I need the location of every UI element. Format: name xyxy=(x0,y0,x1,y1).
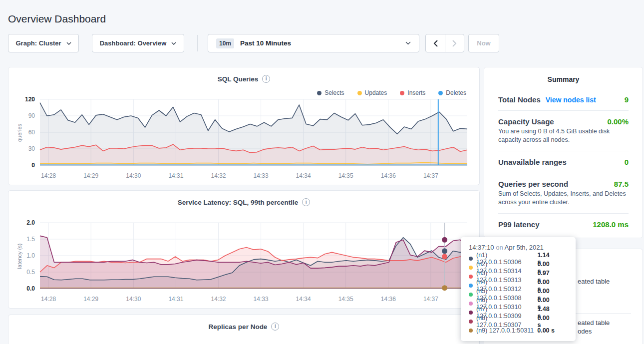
svg-text:60: 60 xyxy=(28,129,35,136)
info-icon[interactable]: i xyxy=(302,198,310,206)
service-latency-title: Service Latency: SQL, 99th percentile xyxy=(178,199,299,206)
svg-text:0: 0 xyxy=(31,162,35,169)
sql-queries-panel: SQL Queries i SelectsUpdatesInsertsDelet… xyxy=(8,67,480,185)
svg-text:14:31: 14:31 xyxy=(168,296,183,303)
dashboard-dropdown[interactable]: Dashboard: Overview xyxy=(92,34,184,52)
now-button: Now xyxy=(468,34,499,52)
summary-item: Capacity Usage0.00%You are using 0 B of … xyxy=(498,110,629,151)
svg-text:14:37: 14:37 xyxy=(423,172,438,179)
svg-text:90: 90 xyxy=(28,112,35,119)
svg-text:14:29: 14:29 xyxy=(83,172,98,179)
summary-item: P99 latency1208.0 ms xyxy=(498,213,629,235)
chart-tooltip: 14:37:10 on Apr 5th, 2021 (n1) 127.0.0.1… xyxy=(461,237,576,341)
svg-text:14:35: 14:35 xyxy=(338,172,353,179)
time-range-selector[interactable]: 10m Past 10 Minutes xyxy=(208,34,419,52)
chevron-right-icon xyxy=(452,40,457,47)
svg-text:1.5: 1.5 xyxy=(26,236,35,243)
summary-panel: Summary Total NodesView nodes list9Capac… xyxy=(484,67,643,238)
summary-item-label: Capacity Usage xyxy=(498,117,554,126)
summary-item: Unavailable ranges0 xyxy=(498,151,629,173)
graph-dropdown-label: Graph: Cluster xyxy=(15,39,61,47)
svg-text:14:35: 14:35 xyxy=(338,296,353,303)
tooltip-node-value: 0.00 s xyxy=(537,315,568,329)
svg-text:14:32: 14:32 xyxy=(211,296,226,303)
time-range-label: Past 10 Minutes xyxy=(240,39,291,47)
svg-text:2.0: 2.0 xyxy=(26,219,35,226)
legend-dot-icon xyxy=(317,91,322,95)
svg-text:14:30: 14:30 xyxy=(126,172,141,179)
chevron-down-icon xyxy=(405,41,411,45)
svg-text:14:30: 14:30 xyxy=(126,296,141,303)
summary-title: Summary xyxy=(498,67,629,95)
svg-text:14:28: 14:28 xyxy=(41,296,56,303)
dashboard-dropdown-label: Dashboard: Overview xyxy=(100,39,167,47)
tooltip-node-value: 0.00 s xyxy=(537,327,568,334)
time-range-badge: 10m xyxy=(216,38,234,48)
svg-text:14:33: 14:33 xyxy=(254,172,269,179)
svg-text:30: 30 xyxy=(28,145,35,152)
summary-item: Total NodesView nodes list9 xyxy=(498,95,629,110)
summary-item-label: P99 latency xyxy=(498,220,540,229)
summary-item-label: Unavailable ranges xyxy=(498,158,567,166)
summary-item-value: 87.5 xyxy=(614,180,629,188)
node-color-dot-icon xyxy=(469,266,473,270)
service-latency-chart[interactable]: 0.00.51.01.52.014:2814:2914:3014:3114:32… xyxy=(8,219,479,305)
svg-text:14:36: 14:36 xyxy=(381,172,396,179)
info-icon[interactable]: i xyxy=(262,75,270,83)
node-color-dot-icon xyxy=(469,329,473,333)
summary-item-value: 0.00% xyxy=(607,117,629,126)
svg-text:14:34: 14:34 xyxy=(296,172,311,179)
page-title: Overview Dashboard xyxy=(8,13,106,25)
chevron-down-icon xyxy=(66,42,71,45)
svg-text:1.0: 1.0 xyxy=(26,252,35,259)
replicas-per-node-panel: Replicas per Node i xyxy=(8,315,480,344)
legend-dot-icon xyxy=(400,91,404,95)
tooltip-node-label: (n8) 127.0.0.1:50307 xyxy=(476,315,534,329)
replicas-per-node-title: Replicas per Node xyxy=(209,323,268,331)
summary-item-value: 9 xyxy=(625,95,629,104)
next-range-button xyxy=(445,34,464,52)
graph-dropdown[interactable]: Graph: Cluster xyxy=(8,34,79,52)
event-text-fragment: eated table xyxy=(578,319,610,327)
time-range-nav xyxy=(425,34,464,52)
info-icon[interactable]: i xyxy=(271,323,279,331)
node-color-dot-icon xyxy=(469,275,473,279)
svg-text:120: 120 xyxy=(25,96,35,103)
prev-range-button[interactable] xyxy=(426,34,445,52)
tooltip-row: (n9) 127.0.0.1:503110.00 s xyxy=(469,326,568,335)
chevron-left-icon xyxy=(433,40,438,47)
svg-text:14:31: 14:31 xyxy=(168,172,183,179)
summary-item-label: Total Nodes xyxy=(498,95,541,104)
sql-queries-chart[interactable]: 030609012014:2814:2914:3014:3114:3214:33… xyxy=(8,95,479,181)
summary-item-label: Queries per second xyxy=(498,180,568,188)
sql-queries-title: SQL Queries xyxy=(218,75,259,83)
legend-dot-icon xyxy=(438,91,443,95)
node-color-dot-icon xyxy=(469,320,473,324)
tooltip-node-label: (n9) 127.0.0.1:50311 xyxy=(476,327,534,334)
summary-item: Queries per second87.5Sum of Selects, Up… xyxy=(498,173,629,213)
node-color-dot-icon xyxy=(469,302,473,306)
view-nodes-list-link[interactable]: View nodes list xyxy=(546,96,596,104)
svg-text:14:32: 14:32 xyxy=(211,172,226,179)
summary-item-value: 0 xyxy=(625,158,629,166)
tooltip-timestamp: 14:37:10 on Apr 5th, 2021 xyxy=(469,244,568,251)
summary-item-description: Sum of Selects, Updates, Inserts, and De… xyxy=(498,190,629,207)
event-text-fragment: odes xyxy=(578,328,592,335)
tooltip-row: (n8) 127.0.0.1:503070.00 s xyxy=(469,317,568,326)
node-color-dot-icon xyxy=(469,257,473,261)
svg-text:0.0: 0.0 xyxy=(26,285,35,292)
event-text-fragment: eated table xyxy=(578,278,610,285)
node-color-dot-icon xyxy=(469,293,473,297)
svg-text:14:33: 14:33 xyxy=(254,296,269,303)
node-color-dot-icon xyxy=(469,311,473,315)
svg-text:14:29: 14:29 xyxy=(83,296,98,303)
svg-text:14:36: 14:36 xyxy=(381,296,396,303)
svg-text:14:28: 14:28 xyxy=(41,172,56,179)
summary-item-value: 1208.0 ms xyxy=(593,220,629,229)
svg-text:14:34: 14:34 xyxy=(296,296,311,303)
legend-dot-icon xyxy=(357,91,362,95)
summary-item-description: You are using 0 B of 4.5 GiB usable disk… xyxy=(498,127,629,144)
chevron-down-icon xyxy=(171,42,176,45)
toolbar-divider xyxy=(197,35,198,51)
svg-text:0.5: 0.5 xyxy=(26,269,35,276)
